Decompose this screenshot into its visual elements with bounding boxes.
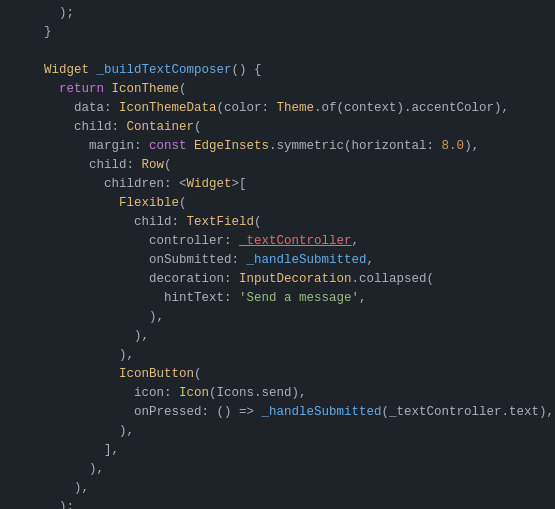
line-content-27: ); bbox=[44, 498, 547, 509]
code-line-13: controller: _textController, bbox=[0, 232, 555, 251]
code-line-22: onPressed: () => _handleSubmitted(_textC… bbox=[0, 403, 555, 422]
line-content-11: Flexible( bbox=[44, 194, 547, 213]
code-line-17: ), bbox=[0, 308, 555, 327]
line-content-1: ); bbox=[44, 4, 547, 23]
code-line-18: ), bbox=[0, 327, 555, 346]
line-content-14: onSubmitted: _handleSubmitted, bbox=[44, 251, 547, 270]
line-content-22: onPressed: () => _handleSubmitted(_textC… bbox=[44, 403, 554, 422]
code-editor: ); } Widget _buildTextComposer() { retur… bbox=[0, 0, 555, 509]
line-content-7: child: Container( bbox=[44, 118, 547, 137]
line-content-24: ], bbox=[44, 441, 547, 460]
code-line-5: return IconTheme( bbox=[0, 80, 555, 99]
line-content-18: ), bbox=[44, 327, 547, 346]
line-content-19: ), bbox=[44, 346, 547, 365]
line-content-25: ), bbox=[44, 460, 547, 479]
line-content-12: child: TextField( bbox=[44, 213, 547, 232]
code-line-21: icon: Icon(Icons.send), bbox=[0, 384, 555, 403]
line-content-9: child: Row( bbox=[44, 156, 547, 175]
line-content-21: icon: Icon(Icons.send), bbox=[44, 384, 547, 403]
code-line-25: ), bbox=[0, 460, 555, 479]
code-line-11: Flexible( bbox=[0, 194, 555, 213]
code-line-2: } bbox=[0, 23, 555, 42]
line-content-20: IconButton( bbox=[44, 365, 547, 384]
code-line-19: ), bbox=[0, 346, 555, 365]
line-content-10: children: <Widget>[ bbox=[44, 175, 547, 194]
code-line-9: child: Row( bbox=[0, 156, 555, 175]
line-content-2: } bbox=[44, 23, 547, 42]
code-line-14: onSubmitted: _handleSubmitted, bbox=[0, 251, 555, 270]
code-line-1: ); bbox=[0, 4, 555, 23]
code-line-3 bbox=[0, 42, 555, 61]
code-line-12: child: TextField( bbox=[0, 213, 555, 232]
line-content-26: ), bbox=[44, 479, 547, 498]
code-line-15: decoration: InputDecoration.collapsed( bbox=[0, 270, 555, 289]
line-content-23: ), bbox=[44, 422, 547, 441]
line-content-8: margin: const EdgeInsets.symmetric(horiz… bbox=[44, 137, 547, 156]
code-line-6: data: IconThemeData(color: Theme.of(cont… bbox=[0, 99, 555, 118]
code-line-20: IconButton( bbox=[0, 365, 555, 384]
code-line-26: ), bbox=[0, 479, 555, 498]
line-content-15: decoration: InputDecoration.collapsed( bbox=[44, 270, 547, 289]
code-line-7: child: Container( bbox=[0, 118, 555, 137]
line-content-16: hintText: 'Send a message', bbox=[44, 289, 547, 308]
line-content-5: return IconTheme( bbox=[44, 80, 547, 99]
line-content-4: Widget _buildTextComposer() { bbox=[44, 61, 547, 80]
code-line-16: hintText: 'Send a message', bbox=[0, 289, 555, 308]
code-line-27: ); bbox=[0, 498, 555, 509]
line-content-13: controller: _textController, bbox=[44, 232, 547, 251]
code-line-4: Widget _buildTextComposer() { bbox=[0, 61, 555, 80]
line-content-6: data: IconThemeData(color: Theme.of(cont… bbox=[44, 99, 547, 118]
line-content-17: ), bbox=[44, 308, 547, 327]
code-line-8: margin: const EdgeInsets.symmetric(horiz… bbox=[0, 137, 555, 156]
code-line-10: children: <Widget>[ bbox=[0, 175, 555, 194]
code-line-24: ], bbox=[0, 441, 555, 460]
code-line-23: ), bbox=[0, 422, 555, 441]
